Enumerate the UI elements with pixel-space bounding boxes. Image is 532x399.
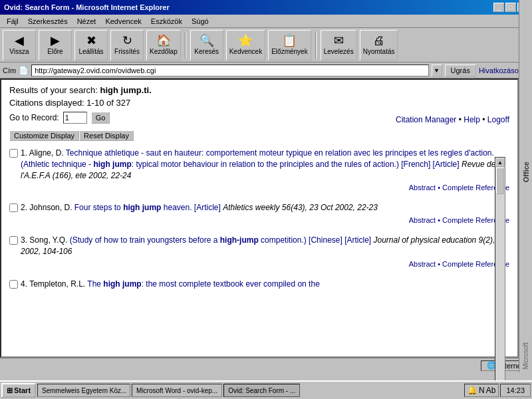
scrollbar[interactable]: ▲ ▼ [495,157,505,399]
citation-text-4: 4. Templeton, R.L. The high jump: the mo… [21,279,509,290]
status-bar: 🌐 Internet [0,358,532,372]
page-icon: 📄 [19,66,29,75]
menu-file[interactable]: Fájl [3,17,23,26]
citation-title-link-1[interactable]: Technique athletique - saut en hauteur: … [21,148,494,169]
menu-help[interactable]: Súgó [188,17,213,26]
citation-checkbox-4[interactable] [9,280,18,289]
stop-button[interactable]: ✖ Leállítás [74,30,108,61]
refresh-icon: ↻ [122,35,132,47]
stop-icon: ✖ [86,35,96,47]
mail-button[interactable]: ✉ Levelezés [321,30,357,61]
citation-header-2: 2. Johnson, D. Four steps to high jump h… [9,202,509,213]
tray-icon-3: Ab [486,386,496,395]
scroll-track[interactable] [495,167,505,399]
search-icon: 🔍 [200,35,214,47]
start-button[interactable]: ⊞ Start [1,383,36,398]
citation-text-1: 1. Aligne, D. Technique athletique - sau… [21,148,509,181]
forward-button[interactable]: ▶ Előre [39,30,72,61]
goto-input[interactable] [63,112,87,124]
citations-count: Citations displayed: 1-10 of 327 [9,98,509,108]
back-button[interactable]: ◀ Vissza [3,30,36,61]
minimize-button[interactable]: _ [493,3,504,12]
goto-record: Go to Record: Go [9,112,110,124]
print-icon: 🖨 [373,35,385,47]
menu-favorites[interactable]: Kedvencek [101,17,145,26]
address-dropdown[interactable]: ▼ [432,65,442,76]
content-area: Results of your search: high jump.ti. Ci… [0,78,519,358]
microsoft-label: Microsoft [522,342,529,370]
toolbar-sep-2 [315,32,317,59]
favorites-icon: ⭐ [238,35,253,47]
taskbar: ⊞ Start Semmelweis Egyetem Köz... Micros… [0,380,532,399]
home-button[interactable]: 🏠 Kezdőlap [146,30,181,61]
search-results-header: Results of your search: high jump.ti. [9,85,509,95]
goto-button[interactable]: Go [91,112,110,124]
taskbar-item-0[interactable]: Semmelweis Egyetem Köz... [37,384,130,397]
citation-entry-2: 2. Johnson, D. Four steps to high jump h… [9,202,509,224]
scroll-up-button[interactable]: ▲ [495,158,505,167]
start-icon: ⊞ [7,386,13,395]
citation-actions-1: Abstract • Complete Reference [9,184,509,192]
customize-bar: Customize Display Reset Display [9,130,509,141]
back-icon: ◀ [15,35,24,47]
tray-icon-2: N [479,386,485,395]
citation-text-3: 3. Song, Y.Q. (Study of how to train you… [21,235,509,257]
citation-entry-3: 3. Song, Y.Q. (Study of how to train you… [9,235,509,268]
citation-checkbox-1[interactable] [9,149,18,158]
window-title: Ovid: Search Form - Microsoft Internet E… [4,3,170,11]
citation-checkbox-3[interactable] [9,236,18,245]
abstract-link-2[interactable]: Abstract [409,216,436,224]
citation-title-link-2[interactable]: Four steps to high jump heaven. [Article… [74,203,223,212]
citation-entry-4: 4. Templeton, R.L. The high jump: the mo… [9,279,509,290]
reset-display-button[interactable]: Reset Display [79,130,134,141]
toolbar-sep-1 [185,32,186,59]
title-bar: Ovid: Search Form - Microsoft Internet E… [0,0,532,15]
citation-header-1: 1. Aligne, D. Technique athletique - sau… [9,148,509,181]
home-icon: 🏠 [156,35,171,47]
help-link[interactable]: Help [464,115,480,124]
citation-actions-3: Abstract • Complete Reference [9,260,509,268]
favorites-button[interactable]: ⭐ Kedvencek [226,30,265,61]
citation-entry-1: 1. Aligne, D. Technique athletique - sau… [9,148,509,192]
office-label: Office [522,162,530,182]
forward-icon: ▶ [51,35,60,47]
main-content[interactable]: Results of your search: high jump.ti. Ci… [0,78,519,358]
citation-header-4: 4. Templeton, R.L. The high jump: the mo… [9,279,509,290]
toolbar: ◀ Vissza ▶ Előre ✖ Leállítás ↻ Frissítés… [0,28,532,63]
address-label: Cím [3,66,16,74]
tray-icon-1: 🔔 [467,386,477,395]
abstract-link-3[interactable]: Abstract [409,260,436,268]
journal-2: Athletics weekly 56(43), 23 Oct 2002, 22… [223,203,378,212]
citation-header-3: 3. Song, Y.Q. (Study of how to train you… [9,235,509,257]
taskbar-clock: 14:23 [500,384,531,397]
citation-checkbox-2[interactable] [9,203,18,212]
citation-text-2: 2. Johnson, D. Four steps to high jump h… [21,202,509,213]
menu-tools[interactable]: Eszközök [147,17,186,26]
maximize-button[interactable]: □ [505,3,516,12]
header-links: Citation Manager • Help • Logoff [396,115,509,124]
citation-actions-2: Abstract • Complete Reference [9,216,509,224]
menu-view[interactable]: Nézet [73,17,100,26]
menu-bar: Fájl Szerkesztés Nézet Kedvencek Eszközö… [0,15,532,28]
mail-icon: ✉ [334,35,344,47]
citation-manager-link[interactable]: Citation Manager [396,115,456,124]
links-label[interactable]: Hivatkozások [479,66,522,74]
search-button[interactable]: 🔍 Keresés [190,30,223,61]
customize-display-button[interactable]: Customize Display [9,130,79,141]
citation-title-link-3[interactable]: (Study of how to train youngsters before… [70,235,374,245]
scroll-thumb[interactable] [496,168,504,194]
address-input[interactable] [31,65,428,76]
logoff-link[interactable]: Logoff [487,115,509,124]
menu-edit[interactable]: Szerkesztés [24,17,72,26]
abstract-link-1[interactable]: Abstract [409,184,436,192]
history-icon: 📋 [282,35,297,47]
refresh-button[interactable]: ↻ Frissítés [110,30,144,61]
go-button[interactable]: Ugrás [445,65,476,76]
taskbar-item-1[interactable]: Microsoft Word - ovid-kep... [132,384,222,397]
taskbar-tray: 🔔 N Ab [464,384,499,397]
print-button[interactable]: 🖨 Nyomtatás [360,30,398,61]
citation-title-link-4[interactable]: The high jump: the most complete textboo… [87,279,320,289]
taskbar-item-2[interactable]: Ovid: Search Form - ... [223,384,300,397]
history-button[interactable]: 📋 Előzmények [268,30,311,61]
right-sidebar: Office Microsoft [519,0,532,372]
